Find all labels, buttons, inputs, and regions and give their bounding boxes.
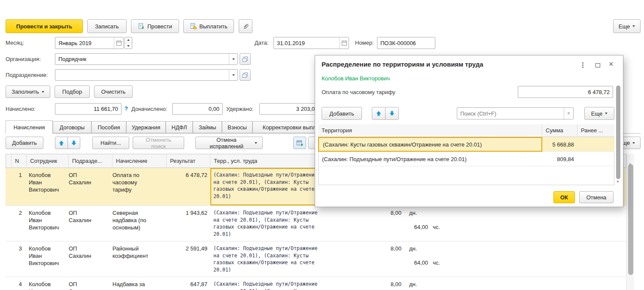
cell-sum[interactable]: 809,84 [542, 152, 577, 166]
scroll-down-icon[interactable] [617, 183, 619, 189]
cancel-search-button[interactable]: Отменить поиск [133, 137, 184, 149]
cell-earlier[interactable] [577, 137, 614, 152]
help-icon[interactable]: ? [125, 105, 128, 112]
added-field[interactable] [172, 103, 223, 115]
dialog-header-territory[interactable]: Территория [318, 124, 542, 137]
window-more-button[interactable]: Еще [613, 19, 641, 33]
cell-n[interactable]: 2 [12, 209, 22, 217]
grid-header-n[interactable]: N [12, 154, 27, 168]
calendar-icon[interactable] [339, 37, 349, 49]
cell-territory[interactable]: (Сахалин: Подъездные пути/Отражение на с… [213, 245, 322, 273]
pick-button[interactable]: Подбор [55, 85, 90, 98]
department-field[interactable] [55, 69, 238, 81]
cell-department[interactable]: ОП Сахалин [69, 281, 95, 290]
cell-hours[interactable]: 64,00 [394, 223, 428, 231]
cell-employee[interactable]: Колобов Иван Викторович [29, 245, 61, 267]
cell-territory[interactable]: (Сахалин: Подъездные пути/Отражение на с… [213, 171, 322, 200]
fill-button[interactable]: Заполнить [6, 85, 50, 98]
dialog-header-sum[interactable]: Сумма [542, 124, 577, 137]
search-clear-icon[interactable]: × [564, 108, 573, 119]
cell-n[interactable]: 1 [12, 171, 22, 179]
cell-result[interactable]: 2 591,49 [157, 245, 207, 252]
post-and-close-button[interactable]: Провести и закрыть [6, 19, 83, 33]
save-button[interactable]: Записать [87, 19, 127, 33]
organization-input[interactable] [55, 54, 229, 64]
cell-accrual[interactable]: Северная надбавка (по основным) [112, 209, 154, 231]
cell-result[interactable]: 647,87 [157, 281, 207, 288]
cell-accrual[interactable]: Надбавка за вредные [112, 281, 154, 290]
cell-result[interactable]: 6 478,72 [157, 171, 207, 179]
stepper-down-icon[interactable] [125, 43, 132, 49]
cell-hours[interactable]: 64,00 [394, 259, 428, 266]
grid-header-result[interactable]: Результат [167, 154, 210, 168]
cell-days[interactable]: 8,00 [367, 209, 401, 217]
tab-deductions[interactable]: Удержания [126, 121, 166, 133]
grid-header-accrual[interactable]: Начисление [112, 154, 167, 168]
withheld-field[interactable] [259, 103, 318, 115]
undo-corrections-button[interactable]: Отмена исправлений [195, 137, 263, 149]
table-row[interactable]: 4 Колобов Иван Викторович ОП Сахалин Над… [6, 277, 626, 290]
cell-earlier[interactable] [577, 152, 614, 166]
cell-department[interactable]: ОП Сахалин [69, 171, 95, 186]
attachments-button[interactable] [239, 19, 252, 33]
maximize-icon[interactable] [595, 63, 600, 67]
dialog-move-up-button[interactable] [372, 107, 386, 120]
cancel-button[interactable]: Отмена [579, 191, 614, 203]
move-down-button[interactable] [67, 137, 80, 149]
dialog-search-input[interactable] [457, 108, 564, 119]
move-up-button[interactable] [55, 137, 68, 149]
month-field[interactable] [55, 37, 124, 49]
cell-sum[interactable]: 5 668,88 [542, 137, 577, 152]
dialog-search-field[interactable]: × [457, 107, 574, 119]
calendar-icon[interactable] [114, 37, 123, 49]
tab-loans[interactable]: Займы [193, 121, 222, 133]
month-input[interactable] [55, 37, 114, 49]
number-field[interactable] [377, 37, 435, 49]
tab-ndfl[interactable]: НДФЛ [166, 121, 193, 133]
grid-header-department[interactable]: Подразде... [69, 154, 112, 168]
department-open-button[interactable] [240, 69, 251, 81]
table-row[interactable]: (Сахалин: Подъездные пути/Отражение на с… [318, 152, 614, 166]
accrued-input[interactable] [55, 104, 121, 114]
stepper-up-icon[interactable] [125, 37, 132, 43]
tab-benefits[interactable]: Пособия [91, 121, 126, 133]
table-row[interactable]: 3 Колобов Иван Викторович ОП Сахалин Рай… [6, 241, 626, 277]
grid-vertical-scrollbar[interactable] [626, 154, 634, 290]
month-stepper[interactable] [125, 37, 132, 49]
added-input[interactable] [173, 104, 222, 114]
cell-department[interactable]: ОП Сахалин [69, 209, 95, 224]
cell-territory[interactable]: (Сахалин: Подъездные пути/Отражение на с… [213, 281, 322, 290]
cell-days[interactable]: 8,00 [367, 245, 401, 252]
cell-department[interactable]: ОП Сахалин [69, 245, 95, 259]
grid-add-button[interactable]: Добавить [6, 137, 43, 149]
tab-contracts[interactable]: Договоры [53, 121, 91, 133]
cell-n[interactable]: 3 [12, 245, 22, 252]
number-input[interactable] [377, 37, 435, 49]
date-field[interactable] [273, 37, 349, 49]
grid-header-employee[interactable]: Сотрудник [27, 154, 69, 168]
cell-territory[interactable]: (Сахалин: Подъездные пути/Отражение на с… [213, 209, 322, 238]
date-input[interactable] [274, 37, 339, 49]
dialog-add-button[interactable]: Добавить [322, 107, 362, 120]
cell-accrual[interactable]: Районный коэффициент [112, 245, 154, 259]
dialog-move-down-button[interactable] [385, 107, 399, 120]
tab-contributions[interactable]: Взносы [222, 121, 252, 133]
kebab-menu-icon[interactable] [582, 62, 583, 68]
table-row[interactable]: (Сахалин: Кусты газовых скважин/Отражени… [318, 137, 614, 152]
dialog-accrual-input[interactable] [518, 86, 613, 98]
post-button[interactable]: Провести [131, 19, 179, 33]
dialog-header-earlier[interactable]: Ранее ... [577, 124, 614, 137]
pay-button[interactable]: Выплатить [183, 19, 234, 33]
grid-settings-button[interactable] [293, 137, 306, 149]
cell-n[interactable]: 4 [12, 281, 22, 288]
scrollbar-thumb[interactable] [616, 85, 620, 179]
find-button[interactable]: Найти... [92, 137, 129, 149]
accrued-field[interactable] [55, 103, 122, 115]
cell-days[interactable]: 8,00 [367, 281, 401, 288]
organization-open-button[interactable] [240, 53, 251, 65]
dialog-more-button[interactable]: Еще [584, 107, 614, 120]
ok-button[interactable]: ОК [553, 191, 575, 203]
clear-button[interactable]: Очистить [94, 85, 133, 98]
scrollbar-thumb[interactable] [628, 164, 633, 275]
scroll-up-icon[interactable] [629, 157, 632, 163]
